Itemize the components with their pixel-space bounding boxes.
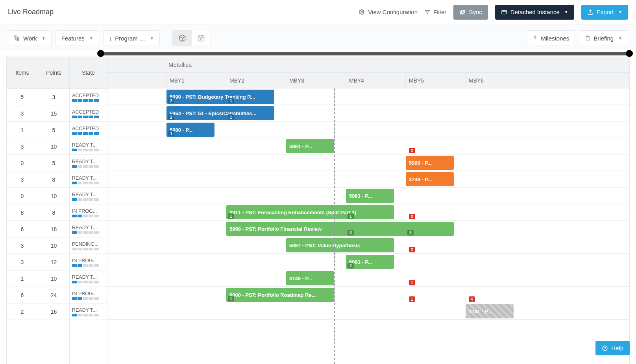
program-label: Program …	[115, 35, 145, 42]
points-cell: 12	[38, 254, 69, 270]
roadmap-bar[interactable]: 3748 - P...	[406, 172, 454, 186]
timeline-row: 5983 - P...	[107, 188, 629, 204]
roadmap-bar-label: 5998 - PST: Portfolio Financial Review	[229, 226, 451, 232]
work-dropdown[interactable]: Work ▼	[8, 30, 52, 46]
timeline-period: MBY3	[286, 73, 346, 88]
roadmap-bar[interactable]: 5964 - PST: 51 - Epics/Capabilities...21	[166, 106, 274, 120]
timeline-row: 5981 - P...2	[107, 138, 629, 154]
row-marker: 1	[409, 296, 415, 302]
roadmap-bar[interactable]: 5981 - P...	[286, 139, 334, 153]
items-cell: 6	[7, 221, 38, 237]
timeline-row: 6000 - PST: Portfolio Roadmap Re...114	[107, 287, 629, 303]
roadmap-bar[interactable]: 5980 - P...1	[166, 123, 214, 137]
help-button[interactable]: Help	[595, 341, 630, 355]
roadmap-bar[interactable]: 3811 - PST: Forecasting Enhancements (Sp…	[226, 205, 394, 219]
items-cell: 5	[7, 89, 38, 105]
timeline-scrubber[interactable]	[100, 51, 630, 57]
roadmap-bar-label: 6001 - P...	[349, 259, 391, 265]
timeline-row: 3741 - P...	[107, 303, 629, 320]
bar-badge: 1	[228, 114, 234, 120]
features-label: Features	[61, 35, 85, 42]
timeline-row: 6001 - P...2	[107, 254, 629, 270]
roadmap-bar[interactable]: 6000 - PST: Portfolio Roadmap Re...1	[226, 288, 334, 302]
svg-text:17: 17	[200, 38, 203, 40]
timeline-period: MBY1	[166, 73, 226, 88]
roadmap-bar[interactable]: 5987 - PST: Value Hypothesis	[286, 238, 394, 252]
roadmap-bar-label: 5987 - PST: Value Hypothesis	[289, 243, 391, 248]
points-cell: 5	[38, 122, 69, 138]
roadmap-bar-label: 3748 - P...	[409, 176, 451, 182]
help-icon	[602, 345, 608, 351]
state-cell: IN PROG...	[70, 287, 107, 303]
chevron-down-icon: ▼	[42, 36, 46, 40]
milestones-button[interactable]: Milestones	[527, 30, 575, 46]
briefing-dropdown[interactable]: Briefing ▼	[579, 30, 628, 46]
points-cell: 10	[38, 188, 69, 204]
items-cell: 6	[7, 287, 38, 303]
roadmap-bar[interactable]: 5996 - P...	[406, 156, 454, 170]
sync-button[interactable]: Sync	[453, 5, 488, 20]
calendar-view-toggle[interactable]: 17	[192, 30, 211, 46]
col-items: Items 53130308633162	[7, 57, 38, 364]
points-cell: 10	[38, 138, 69, 155]
features-dropdown[interactable]: Features ▼	[55, 30, 99, 46]
roadmap-bar[interactable]: 5990 - PST: Budgetary Tracking R...21	[166, 90, 274, 104]
gear-icon	[359, 9, 365, 15]
detached-label: Detached Instance	[510, 9, 560, 15]
roadmap-bar-label: 3811 - PST: Forecasting Enhancements (Sp…	[229, 210, 391, 215]
roadmap-bar[interactable]: 3741 - P...	[466, 304, 514, 318]
timeline-period: MBY2	[226, 73, 286, 88]
roadmap-bar[interactable]: 5998 - PST: Portfolio Financial Review33	[226, 222, 454, 236]
timeline-body: 5990 - PST: Budgetary Tracking R...21596…	[107, 88, 629, 364]
detached-instance-button[interactable]: Detached Instance ▼	[495, 5, 574, 20]
points-cell: 24	[38, 287, 69, 303]
state-cell: PENDING...	[70, 237, 107, 254]
scrubber-handle-start[interactable]	[97, 50, 104, 57]
state-cell: READY T...	[70, 188, 107, 204]
points-cell: 10	[38, 270, 69, 287]
bar-badge: 3	[348, 230, 354, 235]
points-cell: 15	[38, 105, 69, 122]
timeline-row: 3811 - PST: Forecasting Enhancements (Sp…	[107, 204, 629, 221]
state-cell: IN PROG...	[70, 254, 107, 270]
timeline-row: 5964 - PST: 51 - Epics/Capabilities...21	[107, 105, 629, 121]
sync-label: Sync	[469, 9, 482, 15]
items-cell: 2	[7, 303, 38, 320]
filter-button[interactable]: Filter	[425, 9, 446, 15]
col-state: State ACCEPTEDACCEPTEDACCEPTEDREADY T...…	[70, 57, 107, 364]
items-cell: 0	[7, 155, 38, 171]
program-dropdown[interactable]: ↓ Program … ▼	[103, 30, 160, 46]
points-cell: 5	[38, 155, 69, 171]
col-items-header: Items	[7, 57, 38, 89]
scrubber-handle-end[interactable]	[626, 50, 633, 57]
state-cell: READY T...	[70, 303, 107, 320]
points-cell: 8	[38, 171, 69, 188]
top-actions: View Configuration Filter Sync Detached …	[359, 5, 628, 20]
state-cell: IN PROG...	[70, 204, 107, 221]
chevron-down-icon: ▼	[150, 36, 154, 40]
sort-icon: ↓	[109, 35, 112, 42]
svg-rect-4	[17, 39, 18, 40]
roadmap-bar-label: 5981 - P...	[289, 143, 331, 149]
items-cell: 0	[7, 188, 38, 204]
box-view-toggle[interactable]	[173, 30, 192, 46]
chevron-down-icon: ▼	[89, 36, 93, 40]
timeline-row: 3748 - P...	[107, 171, 629, 188]
roadmap-bar[interactable]: 5983 - P...	[346, 189, 394, 203]
state-cell: ACCEPTED	[70, 89, 107, 105]
bar-badge: 3	[407, 230, 414, 235]
timeline-row: 5980 - P...1	[107, 121, 629, 138]
instance-icon	[501, 9, 507, 15]
items-cell: 3	[7, 254, 38, 270]
export-button[interactable]: Export ▼	[581, 5, 628, 20]
roadmap-bar[interactable]: 3746 - P...	[286, 271, 334, 285]
view-configuration-button[interactable]: View Configuration	[359, 9, 418, 15]
items-cell: 3	[7, 237, 38, 254]
milestones-label: Milestones	[541, 35, 569, 42]
bar-badge: 1	[228, 213, 234, 219]
row-marker: 2	[409, 148, 415, 153]
svg-rect-2	[15, 36, 16, 37]
state-cell: READY T...	[70, 171, 107, 188]
timeline: Metallica MBY1MBY2MBY3MBY4MBY5MBY6 5990 …	[107, 57, 629, 364]
roadmap-bar[interactable]: 6001 - P...2	[346, 255, 394, 269]
